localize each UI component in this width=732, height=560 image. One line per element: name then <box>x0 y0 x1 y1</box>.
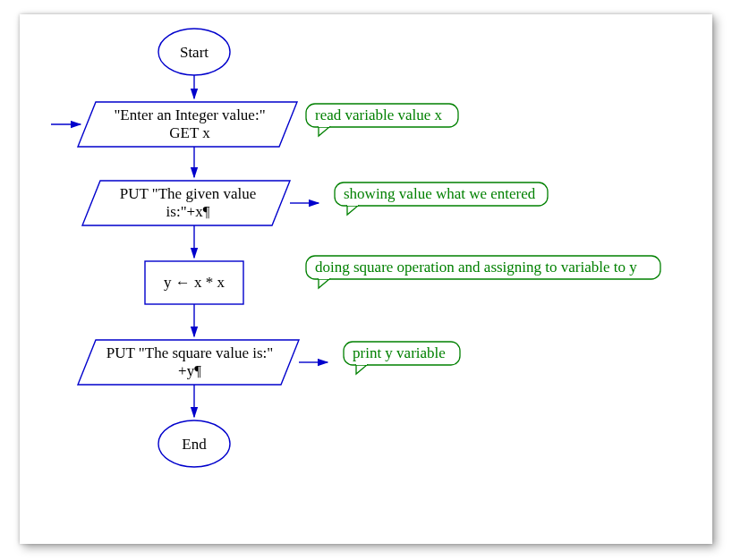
diagram-panel: Start "Enter an Integer value:" GET x re… <box>20 14 712 544</box>
output1-line1: PUT "The given value <box>120 185 257 202</box>
output2-line2: +y¶ <box>178 362 201 379</box>
comment-4-text: print y variable <box>353 344 446 361</box>
comment-3-text: doing square operation and assigning to … <box>315 259 637 276</box>
process-line1: y ← x * x <box>164 274 226 291</box>
diagram-canvas: Start "Enter an Integer value:" GET x re… <box>0 0 732 560</box>
comment-2: showing value what we entered <box>335 182 548 215</box>
input-line1: "Enter an Integer value:" <box>114 106 265 123</box>
comment-1-text: read variable value x <box>315 106 443 123</box>
start-label: Start <box>180 44 209 61</box>
output2-line1: PUT "The square value is:" <box>106 344 273 361</box>
output1-line2: is:"+x¶ <box>166 203 210 220</box>
comment-4: print y variable <box>344 342 460 374</box>
input-line2: GET x <box>169 124 210 141</box>
comment-3: doing square operation and assigning to … <box>306 256 660 288</box>
comment-1: read variable value x <box>306 104 458 136</box>
flowchart-svg: Start "Enter an Integer value:" GET x re… <box>20 14 712 544</box>
comment-2-text: showing value what we entered <box>344 185 536 202</box>
end-label: End <box>182 436 207 453</box>
